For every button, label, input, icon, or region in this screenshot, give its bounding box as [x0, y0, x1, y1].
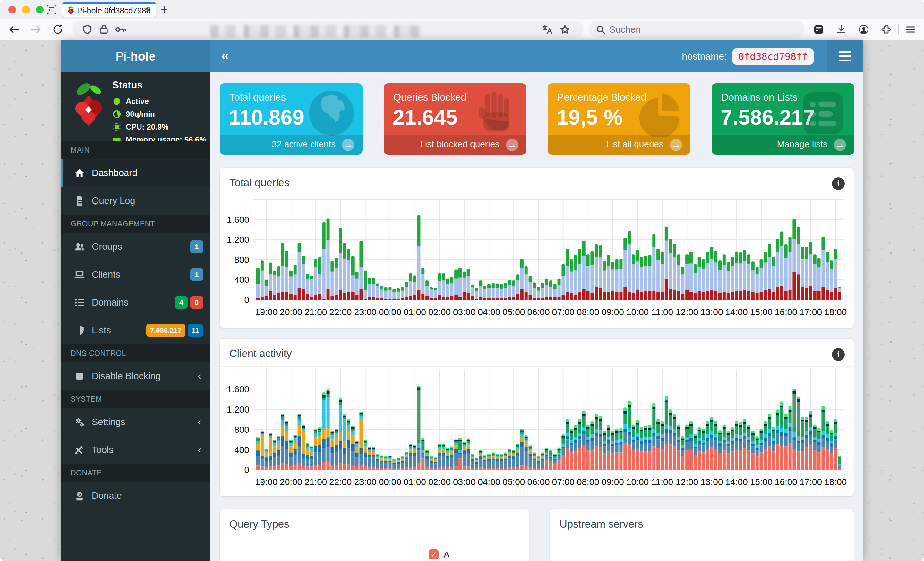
status-text: Active	[126, 97, 149, 106]
hostname-value: 0fd38cd798ff	[732, 48, 814, 65]
window-close-button[interactable]	[8, 6, 16, 13]
sidebar-item-disable-blocking[interactable]: Disable Blocking‹	[61, 362, 210, 390]
window-minimize-button[interactable]	[22, 6, 30, 13]
svg-text:1.200: 1.200	[227, 235, 249, 245]
new-tab-button[interactable]: +	[160, 3, 168, 17]
translate-icon[interactable]	[542, 24, 552, 35]
sidebar-section-header: MAIN	[61, 141, 210, 159]
sidebar-item-label: Tools	[92, 436, 114, 464]
svg-text:21:00: 21:00	[304, 307, 327, 317]
sidebar-item-groups[interactable]: Groups1	[61, 233, 210, 260]
url-bar[interactable]	[72, 21, 583, 37]
svg-text:09:00: 09:00	[602, 307, 624, 317]
pihole-menu-button[interactable]	[827, 40, 863, 72]
svg-text:1.600: 1.600	[227, 384, 249, 394]
query-type-checkbox-a[interactable]: ✓	[429, 549, 439, 560]
sidebar-item-dashboard[interactable]: Dashboard	[61, 159, 210, 187]
panel-total-queries: Total queries i 04008001.2001.60019:0020…	[220, 168, 854, 328]
chevron-left-icon: ‹	[198, 408, 201, 436]
svg-text:03:00: 03:00	[453, 477, 476, 487]
chevron-left-icon: ‹	[198, 362, 201, 390]
brand-bold: hole	[130, 50, 156, 63]
svg-text:800: 800	[234, 425, 249, 435]
key-icon[interactable]	[115, 25, 127, 34]
sidebar-item-tools[interactable]: Tools‹	[61, 436, 210, 464]
account-icon[interactable]	[857, 23, 870, 36]
blurred-url-text	[210, 25, 422, 37]
forward-button[interactable]	[30, 23, 42, 36]
bookmark-star-icon[interactable]	[560, 24, 570, 35]
svg-text:400: 400	[234, 445, 249, 455]
svg-text:23:00: 23:00	[354, 307, 376, 317]
sidebar-collapse-button[interactable]: «	[221, 40, 229, 72]
sidebar-item-donate[interactable]: $Donate	[61, 482, 210, 510]
card-footer[interactable]: Manage lists→	[712, 135, 854, 154]
svg-text:21:00: 21:00	[304, 477, 327, 487]
brand-light: Pi-	[116, 50, 130, 63]
window-zoom-button[interactable]	[36, 6, 44, 13]
card-footer-label: List blocked queries	[420, 139, 500, 150]
card-value: 19,5 %	[556, 105, 622, 130]
svg-text:0: 0	[244, 465, 249, 475]
sidebar-section-header: DNS CONTROL	[61, 344, 210, 362]
svg-text:02:00: 02:00	[428, 477, 451, 487]
status-row: 90q/min	[112, 110, 155, 119]
hostname-label: hostname:	[682, 51, 727, 62]
sidebar-item-settings[interactable]: Settings‹	[61, 408, 210, 436]
reload-button[interactable]	[51, 23, 64, 36]
svg-text:15:00: 15:00	[750, 307, 772, 317]
client-activity-chart: 04008001.2001.60019:0020:0021:0022:0023:…	[220, 338, 854, 496]
svg-text:13:00: 13:00	[700, 477, 723, 487]
card-footer[interactable]: List blocked queries→	[384, 135, 526, 154]
sidebar-item-lists[interactable]: Lists7.586.21711	[61, 316, 210, 344]
card-title: Percentage Blocked	[557, 92, 646, 103]
storage-panel-icon[interactable]	[812, 23, 825, 36]
pihole-brand[interactable]: Pi-hole	[61, 40, 210, 72]
svg-text:08:00: 08:00	[577, 477, 599, 487]
svg-text:14:00: 14:00	[725, 477, 748, 487]
list-icon	[74, 297, 86, 308]
svg-text:22:00: 22:00	[329, 307, 352, 317]
lock-icon[interactable]	[99, 24, 110, 35]
back-button[interactable]	[8, 23, 21, 36]
sidebar-item-label: Query Log	[92, 187, 135, 215]
panel-divider	[220, 537, 529, 537]
svg-text:02:00: 02:00	[428, 307, 451, 317]
badge-group: 1	[190, 241, 203, 253]
sidebar-item-clients[interactable]: Clients1	[61, 260, 210, 289]
status-title: Status	[112, 79, 143, 91]
svg-text:14:00: 14:00	[725, 307, 748, 317]
card-footer[interactable]: 32 active clients→	[220, 135, 363, 154]
badge-group: 40	[175, 296, 203, 309]
chevron-left-icon: ‹	[198, 436, 201, 464]
extensions-icon[interactable]	[880, 23, 892, 36]
svg-text:19:00: 19:00	[255, 477, 278, 487]
tab-close-icon[interactable]: ✕	[144, 5, 152, 15]
count-badge: 0	[190, 296, 203, 309]
pihole-navbar: Pi-hole « hostname: 0fd38cd798ff	[61, 40, 863, 72]
sidebar-item-domains[interactable]: Domains40	[61, 289, 210, 316]
gauge-icon	[112, 110, 121, 119]
count-badge: 11	[188, 324, 203, 337]
arrow-circle-icon: →	[834, 139, 846, 151]
tab-bar: Pi-hole 0fd38cd798ff ✕ +	[0, 0, 924, 19]
card-footer[interactable]: List all queries→	[548, 135, 690, 154]
arrow-circle-icon: →	[670, 139, 682, 151]
users-icon	[74, 241, 86, 253]
downloads-icon[interactable]	[835, 23, 848, 36]
svg-text:12:00: 12:00	[676, 477, 698, 487]
browser-menu-icon[interactable]	[904, 23, 917, 36]
svg-text:20:00: 20:00	[280, 307, 302, 317]
svg-text:01:00: 01:00	[404, 477, 426, 487]
shield-permissions-icon[interactable]	[82, 24, 93, 35]
tab-pihole[interactable]: Pi-hole 0fd38cd798ff ✕	[62, 2, 156, 16]
firefox-view-icon[interactable]	[47, 5, 57, 14]
svg-text:03:00: 03:00	[453, 307, 476, 317]
search-bar[interactable]: Suchen	[589, 21, 805, 37]
card-domains-on-lists: Domains on Lists7.586.217Manage lists→	[712, 83, 854, 154]
donate-icon: $	[74, 490, 86, 502]
sidebar-item-query-log[interactable]: Query Log	[61, 187, 210, 215]
browser-toolbar: Suchen	[0, 19, 924, 40]
svg-text:11:00: 11:00	[651, 477, 673, 487]
count-badge: 7.586.217	[146, 324, 186, 337]
